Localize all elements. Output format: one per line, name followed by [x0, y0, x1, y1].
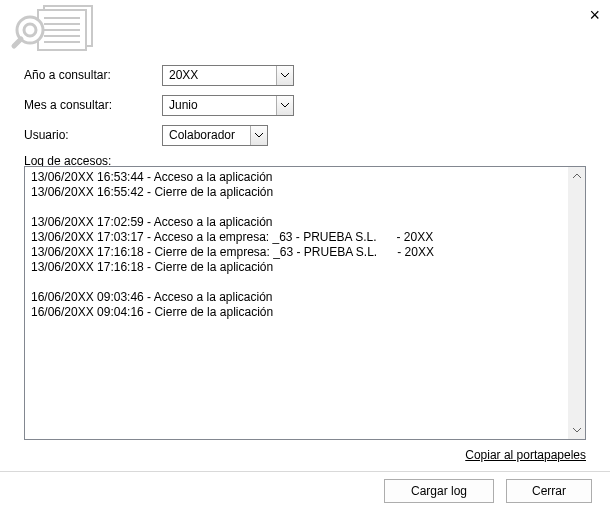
user-combo[interactable]: Colaborador — [162, 125, 268, 146]
log-line: 13/06/20XX 17:03:17 - Acceso a la empres… — [31, 230, 562, 245]
log-blank-line — [31, 275, 562, 290]
log-line: 13/06/20XX 17:16:18 - Cierre de la aplic… — [31, 260, 562, 275]
year-label: Año a consultar: — [24, 68, 162, 82]
scroll-down-icon[interactable] — [568, 422, 585, 439]
year-value: 20XX — [163, 66, 276, 85]
close-icon[interactable]: × — [589, 6, 600, 24]
chevron-down-icon[interactable] — [276, 96, 293, 115]
log-line: 16/06/20XX 09:03:46 - Acceso a la aplica… — [31, 290, 562, 305]
log-blank-line — [31, 200, 562, 215]
log-textarea[interactable]: 13/06/20XX 16:53:44 - Acceso a la aplica… — [24, 166, 586, 440]
footer: Cargar log Cerrar — [0, 471, 610, 509]
log-line: 16/06/20XX 09:04:16 - Cierre de la aplic… — [31, 305, 562, 320]
log-search-icon — [10, 4, 100, 54]
log-line: 13/06/20XX 16:55:42 - Cierre de la aplic… — [31, 185, 562, 200]
copy-to-clipboard-link[interactable]: Copiar al portapapeles — [465, 448, 586, 462]
chevron-down-icon[interactable] — [250, 126, 267, 145]
scroll-up-icon[interactable] — [568, 167, 585, 184]
user-value: Colaborador — [163, 126, 250, 145]
scrollbar[interactable] — [568, 167, 585, 439]
chevron-down-icon[interactable] — [276, 66, 293, 85]
log-line: 13/06/20XX 16:53:44 - Acceso a la aplica… — [31, 170, 562, 185]
month-combo[interactable]: Junio — [162, 95, 294, 116]
month-value: Junio — [163, 96, 276, 115]
close-button[interactable]: Cerrar — [506, 479, 592, 503]
svg-line-9 — [14, 39, 21, 46]
year-combo[interactable]: 20XX — [162, 65, 294, 86]
log-line: 13/06/20XX 17:16:18 - Cierre de la empre… — [31, 245, 562, 260]
user-label: Usuario: — [24, 128, 162, 142]
month-label: Mes a consultar: — [24, 98, 162, 112]
log-line: 13/06/20XX 17:02:59 - Acceso a la aplica… — [31, 215, 562, 230]
load-log-button[interactable]: Cargar log — [384, 479, 494, 503]
